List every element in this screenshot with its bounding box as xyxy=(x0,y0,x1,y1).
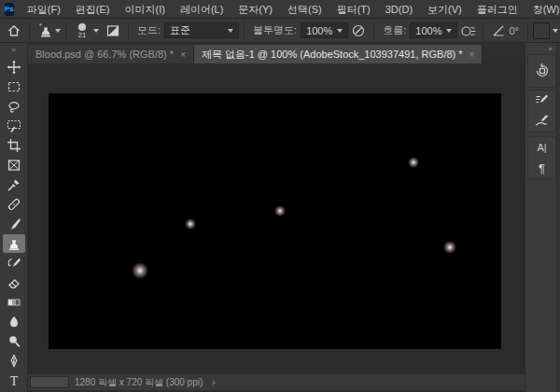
opacity-value: 100% xyxy=(306,25,332,36)
options-bar: * 21 모드: 표준 불투명도: 100% 흐름 xyxy=(0,19,560,43)
pressure-opacity-icon[interactable] xyxy=(348,21,369,41)
document-dimensions: 1280 픽셀 x 720 픽셀 (300 ppi) xyxy=(75,376,203,389)
object-selection-tool[interactable] xyxy=(3,117,25,135)
eyedropper-tool[interactable] xyxy=(3,175,25,194)
history-panel-icon[interactable] xyxy=(530,61,554,81)
opacity-label: 불투명도: xyxy=(253,23,297,37)
status-chevron-icon[interactable]: › xyxy=(212,377,215,387)
tab-blood-psd[interactable]: Blood.psd @ 66.7% (RGB/8) * × xyxy=(28,45,194,63)
glyph-teo-tieut xyxy=(343,154,420,280)
mode-label: 모드: xyxy=(137,23,161,37)
glyph-ri-i xyxy=(312,152,334,273)
sparkle-flare xyxy=(274,205,286,217)
clone-stamp-tool[interactable] xyxy=(3,234,25,253)
blur-tool[interactable] xyxy=(3,313,25,331)
tool-preset-chevron-icon[interactable] xyxy=(55,29,61,33)
panel-dock: « A| ¶ xyxy=(525,43,560,392)
menu-select[interactable]: 선택(S) xyxy=(280,0,329,19)
photoshop-logo: Ps xyxy=(5,3,14,16)
menu-type[interactable]: 문자(Y) xyxy=(231,0,280,19)
rectangular-marquee-tool[interactable] xyxy=(3,77,25,96)
character-panel-icon[interactable]: A| xyxy=(530,137,554,158)
brush-settings-panel-icon[interactable] xyxy=(530,91,554,111)
photoshop-window: Ps 파일(F) 편집(E) 이미지(I) 레이어(L) 문자(Y) 선택(S)… xyxy=(0,0,560,392)
tool-preset-stamp-icon[interactable]: * xyxy=(35,21,55,41)
toggle-brush-settings-icon[interactable] xyxy=(103,21,123,41)
brush-preset-picker[interactable]: 21 xyxy=(71,22,93,39)
panel-group-history xyxy=(527,54,556,88)
glitter-text-art xyxy=(49,93,501,349)
panel-dock-edge xyxy=(556,43,560,392)
brush-size-value: 21 xyxy=(78,32,87,39)
glyph-geul-rieul xyxy=(95,245,205,287)
menu-file[interactable]: 파일(F) xyxy=(20,0,68,19)
angle-icon xyxy=(488,21,509,41)
panel-group-brushes xyxy=(527,90,556,133)
panel-group-type: A| ¶ xyxy=(527,136,556,179)
status-bar: 1280 픽셀 x 720 픽셀 (300 ppi) › xyxy=(28,373,525,390)
menu-plugins[interactable]: 플러그인 xyxy=(469,0,525,19)
menu-image[interactable]: 이미지(I) xyxy=(118,0,173,19)
tab-close-icon[interactable]: × xyxy=(180,49,186,60)
frame-tool[interactable] xyxy=(3,156,25,175)
zoom-level-field[interactable] xyxy=(30,376,69,388)
tab-close-icon[interactable]: × xyxy=(469,49,475,60)
crop-tool[interactable] xyxy=(3,136,25,155)
pattern-chevron-icon[interactable] xyxy=(553,29,558,33)
home-icon[interactable] xyxy=(4,21,24,41)
glyph-teo-eo-tick xyxy=(417,206,440,223)
sparkle-flare xyxy=(185,218,196,230)
sparkle-flare xyxy=(132,262,148,279)
type-tool[interactable]: T xyxy=(3,371,25,390)
eraser-tool[interactable] xyxy=(3,273,25,292)
tab-untitled-1[interactable]: 제목 없음-1 @ 100% (AdobeStock_103937491, RG… xyxy=(194,45,483,63)
glyph-ri-rieul xyxy=(217,156,299,271)
menu-filter[interactable]: 필터(T) xyxy=(329,0,378,19)
history-brush-tool[interactable] xyxy=(3,254,25,273)
image-canvas[interactable] xyxy=(49,93,501,349)
brushes-panel-icon[interactable] xyxy=(530,111,554,132)
gradient-tool[interactable] xyxy=(3,293,25,312)
paragraph-panel-icon[interactable]: ¶ xyxy=(530,158,554,178)
menu-bar: Ps 파일(F) 편집(E) 이미지(I) 레이어(L) 문자(Y) 선택(S)… xyxy=(0,0,560,19)
brush-picker-chevron-icon[interactable] xyxy=(93,29,99,33)
glyph-geul-giyeok xyxy=(89,153,207,203)
dodge-tool[interactable] xyxy=(3,332,25,351)
brush-tool[interactable] xyxy=(3,215,25,233)
move-tool[interactable] xyxy=(3,58,25,77)
menu-edit[interactable]: 편집(E) xyxy=(68,0,118,19)
toolbar-collapse-icon[interactable]: » xyxy=(11,43,15,58)
menu-view[interactable]: 보기(V) xyxy=(420,0,469,19)
document-tab-bar: Blood.psd @ 66.7% (RGB/8) * × 제목 없음-1 @ … xyxy=(28,43,525,63)
panel-collapse-icon[interactable]: « xyxy=(549,45,553,53)
sparkle-flare xyxy=(443,241,456,254)
flow-value: 100% xyxy=(415,25,441,36)
spot-healing-brush-tool[interactable] xyxy=(3,195,25,214)
tools-panel: » xyxy=(0,43,28,392)
menu-layer[interactable]: 레이어(L) xyxy=(173,0,231,19)
document-workspace[interactable] xyxy=(28,63,525,373)
sparkle-flare xyxy=(408,157,419,168)
opacity-field[interactable]: 100% xyxy=(301,22,348,38)
menu-window[interactable]: 창(W) xyxy=(525,0,560,19)
flow-field[interactable]: 100% xyxy=(410,22,457,38)
angle-value[interactable]: 0° xyxy=(509,25,519,36)
svg-text:T: T xyxy=(9,374,18,388)
svg-text:*: * xyxy=(39,22,42,29)
lasso-tool[interactable] xyxy=(3,97,25,116)
glyph-teo-eo-bar xyxy=(440,152,462,280)
menu-3d[interactable]: 3D(D) xyxy=(378,0,420,19)
pen-tool[interactable] xyxy=(3,352,25,371)
flow-label: 흐름: xyxy=(383,23,406,37)
mode-value: 표준 xyxy=(170,23,190,37)
pattern-swatch[interactable] xyxy=(533,22,550,39)
mode-select[interactable]: 표준 xyxy=(164,22,239,38)
airbrush-icon[interactable] xyxy=(457,21,478,41)
